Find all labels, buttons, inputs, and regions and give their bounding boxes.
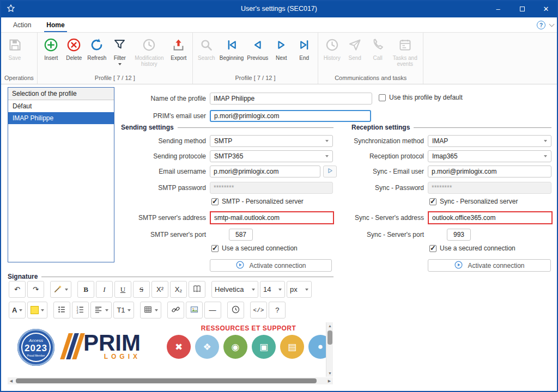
italic-button[interactable]: I <box>96 281 113 298</box>
default-profile-checkbox[interactable] <box>379 94 386 101</box>
end-button[interactable]: End <box>293 34 316 62</box>
signature-content-area[interactable]: Access 2023 Proud Member PRIM LOGIX RESS… <box>8 322 333 377</box>
smtp-secured-checkbox[interactable] <box>211 245 219 252</box>
history-icon <box>325 38 339 53</box>
image-button[interactable] <box>186 302 203 318</box>
scroll-left-arrow[interactable]: ◀ <box>8 377 15 384</box>
table-button[interactable] <box>140 302 161 318</box>
tab-home[interactable]: Home <box>39 17 72 32</box>
highlight-color-button[interactable] <box>27 302 47 318</box>
profile-name-input[interactable] <box>210 93 372 105</box>
chevron-down-icon <box>252 289 255 291</box>
smtp-port-input[interactable] <box>229 229 253 241</box>
save-button: Save <box>3 34 26 62</box>
sending-method-select[interactable]: SMTP <box>210 135 333 147</box>
sync-personalized-checkbox[interactable] <box>429 198 436 205</box>
smtp-personalized-checkbox-row[interactable]: SMTP - Personalized server <box>211 198 304 205</box>
scroll-right-arrow[interactable]: ▶ <box>326 377 333 384</box>
chevron-down-icon <box>544 155 547 157</box>
link-button[interactable] <box>167 302 184 318</box>
font-family-select[interactable]: Helvetica <box>211 281 258 298</box>
filter-button[interactable]: Filter <box>108 34 131 66</box>
code-view-button[interactable]: </> <box>250 302 268 318</box>
smtp-activate-connection-button[interactable]: Activate connection <box>210 259 332 272</box>
horizontal-scrollbar[interactable]: ◀ ▶ <box>8 377 333 384</box>
sync-email-input[interactable] <box>428 166 551 177</box>
superscript-button[interactable]: X² <box>151 281 168 298</box>
minimize-button[interactable]: – <box>486 0 510 17</box>
chevron-down-icon <box>65 289 68 291</box>
sync-password-input[interactable] <box>428 182 551 194</box>
align-button[interactable] <box>90 302 112 318</box>
bold-button[interactable]: B <box>77 281 94 298</box>
redo-button[interactable]: ↷ <box>27 281 44 298</box>
strikethrough-button[interactable]: S <box>133 281 150 298</box>
clear-format-button[interactable] <box>189 281 205 298</box>
svg-text:3: 3 <box>77 310 78 314</box>
delete-button[interactable]: Delete <box>63 34 86 62</box>
insert-button[interactable]: Insert <box>40 34 63 62</box>
sync-port-input[interactable] <box>447 229 471 241</box>
scroll-up-arrow[interactable]: ▲ <box>326 322 333 329</box>
vertical-scroll-thumb[interactable] <box>327 330 332 345</box>
profile-item-imap-philippe[interactable]: IMAP Philippe <box>8 112 114 124</box>
smtp-secured-checkbox-row[interactable]: Use a secured connection <box>211 244 298 252</box>
sync-personalized-checkbox-row[interactable]: Sync - Personalized server <box>429 198 518 205</box>
next-button[interactable]: Next <box>270 34 293 62</box>
sync-method-select[interactable]: IMAP <box>428 135 551 147</box>
default-profile-checkbox-row[interactable]: Use this profile by default <box>379 94 463 101</box>
modification-history-icon <box>142 38 156 53</box>
chevron-down-icon[interactable] <box>549 22 555 27</box>
scroll-down-arrow[interactable]: ▼ <box>326 370 333 377</box>
email-username-input[interactable] <box>210 166 320 177</box>
heading-button[interactable]: T1 <box>113 302 134 318</box>
format-brush-button[interactable] <box>50 281 71 298</box>
beginning-button[interactable]: Beginning <box>218 34 245 62</box>
ribbon-tabbar: Action Home <box>0 17 558 33</box>
horizontal-scroll-thumb[interactable] <box>16 378 317 383</box>
prim-email-input[interactable] <box>210 110 371 122</box>
close-button[interactable]: ✕ <box>534 0 558 17</box>
ribbon: Save Operations Insert Delete Refresh <box>0 33 558 84</box>
horizontal-rule-button[interactable]: — <box>204 302 221 318</box>
main-content: Selection of the profile Défaut IMAP Phi… <box>0 84 558 392</box>
sync-secured-checkbox[interactable] <box>429 245 436 252</box>
undo-button[interactable]: ↶ <box>9 281 26 298</box>
help-button[interactable]: ? <box>537 21 545 29</box>
send-button: Send <box>343 34 366 62</box>
refresh-button[interactable]: Refresh <box>86 34 108 62</box>
sync-server-label: Sync - Server's address <box>326 214 424 222</box>
tasks-events-button: Tasks and events <box>389 34 421 68</box>
signature-section: Signature <box>8 273 333 280</box>
sync-secured-checkbox-row[interactable]: Use a secured connection <box>429 244 515 252</box>
font-size-select[interactable]: 14 <box>260 281 285 298</box>
profile-item-defaut[interactable]: Défaut <box>8 100 114 112</box>
chevron-down-icon <box>41 309 44 311</box>
smtp-server-input[interactable] <box>210 211 334 224</box>
logo-stripes <box>64 333 81 359</box>
numbered-list-button[interactable]: 123 <box>72 302 89 318</box>
previous-button[interactable]: Previous <box>245 34 270 62</box>
sync-activate-connection-button[interactable]: Activate connection <box>428 259 551 272</box>
vertical-scrollbar[interactable]: ▲ ▼ <box>326 322 333 377</box>
support-book-icon: ▤ <box>280 335 304 359</box>
editor-help-button[interactable]: ? <box>269 302 286 318</box>
subscript-button[interactable]: X₂ <box>170 281 187 298</box>
smtp-personalized-checkbox[interactable] <box>211 198 219 205</box>
export-button[interactable]: Export <box>167 34 190 62</box>
clock-button[interactable] <box>227 302 244 318</box>
smtp-password-input[interactable] <box>210 182 333 194</box>
tab-action[interactable]: Action <box>5 17 39 32</box>
sending-protocol-select[interactable]: SMTP365 <box>210 150 333 162</box>
font-color-button[interactable]: A <box>9 302 26 318</box>
maximize-button[interactable] <box>510 0 534 17</box>
reception-protocol-select[interactable]: Imap365 <box>428 150 551 162</box>
bullet-list-button[interactable] <box>53 302 70 318</box>
highlight-icon <box>31 306 39 314</box>
font-unit-select[interactable]: px <box>287 281 312 298</box>
send-icon <box>348 38 362 53</box>
sync-server-input[interactable] <box>428 211 553 224</box>
beginning-icon <box>225 38 239 53</box>
underline-button[interactable]: U <box>114 281 131 298</box>
ribbon-group-communications: History Send Call Tasks and events Commu… <box>318 33 423 84</box>
